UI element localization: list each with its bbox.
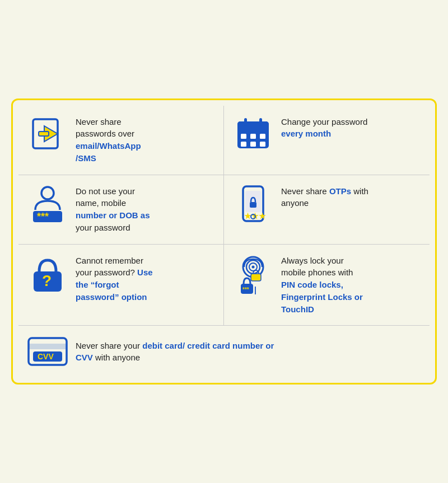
svg-text:?: ? <box>42 272 52 289</box>
text-change-password: Change your password every month <box>281 116 421 140</box>
cell-lock-phone: *** | Always lock yourmobile phones with… <box>224 244 430 326</box>
svg-text:***: *** <box>37 211 49 222</box>
fingerprint-lock-icon: *** | <box>233 255 273 299</box>
svg-text:***: *** <box>242 287 249 293</box>
svg-point-14 <box>41 187 54 199</box>
cell-cvv: CVV Never share your debit card/ credit … <box>18 325 430 377</box>
lock-question-icon: ? <box>27 255 68 294</box>
svg-text:|: | <box>254 285 256 294</box>
svg-point-27 <box>252 265 255 268</box>
svg-rect-28 <box>251 274 261 281</box>
svg-rect-19 <box>250 202 256 208</box>
tips-grid: Never sharepasswords over email/WhatsApp… <box>18 106 430 378</box>
text-dob-password: Do not use yourname, mobile number or DO… <box>76 185 214 234</box>
svg-text:CVV: CVV <box>38 352 54 361</box>
cell-share-password: Never sharepasswords over email/WhatsApp… <box>18 106 224 175</box>
svg-rect-13 <box>260 142 265 147</box>
otp-phone-icon: ★★★ <box>233 185 273 226</box>
svg-rect-6 <box>244 118 247 126</box>
credit-card-icon: CVV <box>27 336 68 367</box>
svg-rect-33 <box>29 344 67 349</box>
svg-rect-11 <box>241 142 246 147</box>
text-otp: Never share OTPs withanyone <box>281 185 421 210</box>
text-lock-phone: Always lock yourmobile phones with PIN c… <box>281 255 421 316</box>
svg-rect-18 <box>245 191 261 212</box>
svg-rect-9 <box>250 134 256 139</box>
cell-change-password: Change your password every month <box>224 106 430 175</box>
svg-rect-2 <box>39 132 49 136</box>
share-icon <box>27 116 68 154</box>
svg-rect-8 <box>241 134 246 139</box>
cell-dob-password: *** Do not use yourname, mobile number o… <box>18 175 224 244</box>
cell-forgot-password: ? Cannot rememberyour password? Usethe “… <box>18 244 224 326</box>
svg-rect-10 <box>260 134 265 139</box>
svg-rect-5 <box>237 126 269 130</box>
text-cvv: Never share your debit card/ credit card… <box>76 340 421 364</box>
person-password-icon: *** <box>27 185 68 226</box>
cell-otp: ★★★ Never share OTPs withanyone <box>224 175 430 244</box>
text-share-password: Never sharepasswords over email/WhatsApp… <box>76 116 214 165</box>
main-card: Never sharepasswords over email/WhatsApp… <box>11 99 437 385</box>
text-forgot-password: Cannot rememberyour password? Usethe “fo… <box>76 255 214 303</box>
svg-rect-7 <box>259 118 262 126</box>
svg-rect-12 <box>250 142 256 147</box>
calendar-icon <box>233 116 273 152</box>
